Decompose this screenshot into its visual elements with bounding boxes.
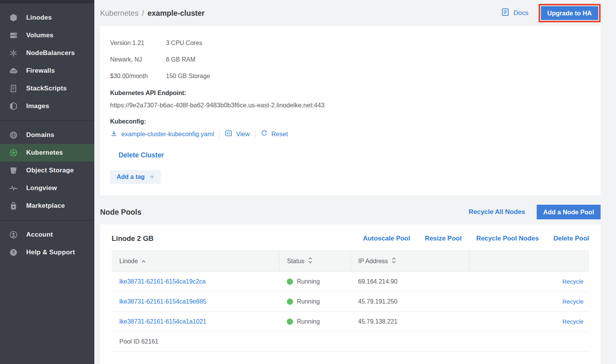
nodes-table: Linode Status xyxy=(112,250,589,352)
column-label: Status xyxy=(287,258,305,265)
autoscale-pool-link[interactable]: Autoscale Pool xyxy=(363,235,410,242)
pool-header: Linode 2 GB Autoscale Pool Resize Pool R… xyxy=(112,224,589,250)
column-header-linode[interactable]: Linode xyxy=(112,251,279,272)
sidebar-item-label: Marketplace xyxy=(26,202,65,210)
sidebar-top-strip xyxy=(0,0,94,3)
sidebar-item-kubernetes[interactable]: Kubernetes xyxy=(0,144,94,162)
cluster-summary-grid: Version 1.21 3 CPU Cores Newark, NJ 6 GB… xyxy=(110,35,591,84)
domains-icon xyxy=(8,130,18,140)
sidebar-item-volumes[interactable]: Volumes xyxy=(0,27,94,44)
add-node-pool-button[interactable]: Add a Node Pool xyxy=(537,205,601,219)
divider xyxy=(219,130,219,139)
sidebar-item-images[interactable]: Images xyxy=(0,97,94,115)
status-running-dot xyxy=(287,299,293,305)
kubeconfig-file-name: example-cluster-kubeconfig.yaml xyxy=(121,130,214,138)
sort-icon xyxy=(308,257,313,265)
linode-icon xyxy=(8,13,18,23)
kubeconfig-reset-link[interactable]: Reset xyxy=(260,130,288,139)
sidebar-item-label: Domains xyxy=(26,131,54,139)
object-storage-icon xyxy=(8,165,18,175)
help-icon: ? xyxy=(8,247,18,257)
pool-name: Linode 2 GB xyxy=(112,234,154,243)
kubeconfig-view-link[interactable]: View xyxy=(224,129,249,139)
recycle-node-link[interactable]: Recycle xyxy=(562,298,584,305)
sidebar-group-tertiary: Account ? Help & Support xyxy=(0,220,94,267)
table-footer-row: Pool ID 62161 xyxy=(112,332,589,352)
sidebar-group-primary: Linodes Volumes NodeBalancers Firewalls xyxy=(0,3,94,120)
sidebar-item-label: Volumes xyxy=(26,32,54,39)
recycle-pool-nodes-link[interactable]: Recycle Pool Nodes xyxy=(476,235,539,242)
recycle-all-nodes-link[interactable]: Recycle All Nodes xyxy=(469,208,525,216)
sidebar-item-label: Longview xyxy=(26,184,57,192)
add-tag-button[interactable]: Add a tag + xyxy=(110,170,161,184)
resize-pool-link[interactable]: Resize Pool xyxy=(425,235,461,242)
add-tag-label: Add a tag xyxy=(117,174,145,180)
breadcrumb-kubernetes-link[interactable]: Kubernetes xyxy=(100,9,139,18)
plus-icon: + xyxy=(150,174,154,180)
table-header-row: Linode Status xyxy=(112,251,589,272)
download-icon xyxy=(110,130,118,139)
reset-icon xyxy=(260,130,268,139)
reset-label: Reset xyxy=(271,130,288,138)
cluster-version: Version 1.21 xyxy=(110,35,166,51)
breadcrumb: Kubernetes / example-cluster xyxy=(100,9,205,18)
cluster-region: Newark, NJ xyxy=(110,51,166,68)
sort-icon xyxy=(392,257,396,265)
sidebar-item-label: Help & Support xyxy=(26,249,75,256)
node-pool-card: Linode 2 GB Autoscale Pool Resize Pool R… xyxy=(100,224,601,364)
pool-actions: Autoscale Pool Resize Pool Recycle Pool … xyxy=(363,235,589,242)
page-title: example-cluster xyxy=(147,9,205,18)
docs-link[interactable]: Docs xyxy=(501,8,529,18)
node-pools-actions: Recycle All Nodes Add a Node Pool xyxy=(469,205,601,219)
delete-pool-link[interactable]: Delete Pool xyxy=(553,235,589,242)
sidebar-item-label: Linodes xyxy=(26,14,52,22)
nodebalancers-icon xyxy=(8,48,18,58)
firewalls-icon xyxy=(8,66,18,76)
stackscripts-icon xyxy=(8,83,18,94)
kubeconfig-label: Kubeconfig: xyxy=(110,118,591,125)
node-pools-heading: Node Pools xyxy=(100,208,141,217)
sidebar-item-object-storage[interactable]: Object Storage xyxy=(0,162,94,179)
docs-label: Docs xyxy=(514,9,529,17)
api-endpoint-url: https://9e2a7307-b6ac-408f-ba62-9483b0b3… xyxy=(110,102,591,109)
status-running-dot xyxy=(287,319,293,325)
column-header-ip-address[interactable]: IP Address xyxy=(350,251,469,272)
api-endpoint-label: Kubernetes API Endpoint: xyxy=(110,90,591,97)
app-root: Linodes Volumes NodeBalancers Firewalls xyxy=(0,0,616,364)
sidebar-item-label: Images xyxy=(26,102,49,110)
recycle-node-link[interactable]: Recycle xyxy=(562,318,584,325)
sidebar-item-domains[interactable]: Domains xyxy=(0,126,94,144)
header-actions: Docs Upgrade to HA xyxy=(501,4,601,22)
sidebar-item-marketplace[interactable]: Marketplace xyxy=(0,197,94,215)
node-ip: 69.164.214.90 xyxy=(350,272,469,292)
docs-icon xyxy=(501,8,510,18)
recycle-node-link[interactable]: Recycle xyxy=(562,278,584,285)
upgrade-ha-highlight-annotation: Upgrade to HA xyxy=(539,4,601,22)
account-icon xyxy=(8,230,18,240)
sidebar-item-longview[interactable]: Longview xyxy=(0,179,94,197)
node-link[interactable]: lke38731-62161-6154ca19e885 xyxy=(119,298,206,305)
sidebar-item-stackscripts[interactable]: StackScripts xyxy=(0,80,94,97)
kubeconfig-download-link[interactable]: example-cluster-kubeconfig.yaml xyxy=(110,130,214,139)
column-label: IP Address xyxy=(358,258,388,265)
sidebar-item-help-support[interactable]: ? Help & Support xyxy=(0,244,94,261)
column-header-status[interactable]: Status xyxy=(279,251,350,272)
upgrade-ha-button[interactable]: Upgrade to HA xyxy=(541,6,599,20)
sidebar-item-account[interactable]: Account xyxy=(0,226,94,244)
table-row: lke38731-62161-6154ca19c2ca Running 69.1… xyxy=(112,272,589,292)
sidebar-item-nodebalancers[interactable]: NodeBalancers xyxy=(0,44,94,62)
status-label: Running xyxy=(297,278,320,285)
node-link[interactable]: lke38731-62161-6154ca19c2ca xyxy=(119,278,206,285)
sidebar-item-label: StackScripts xyxy=(26,85,67,92)
sidebar-item-label: Firewalls xyxy=(26,67,55,75)
divider xyxy=(255,130,255,139)
view-label: View xyxy=(236,130,249,138)
node-link[interactable]: lke38731-62161-6154ca1a1021 xyxy=(119,318,206,325)
cluster-summary-card: Version 1.21 3 CPU Cores Newark, NJ 6 GB… xyxy=(100,26,601,195)
sidebar: Linodes Volumes NodeBalancers Firewalls xyxy=(0,0,94,364)
sidebar-group-secondary: Domains Kubernetes Object Storage Longvi… xyxy=(0,120,94,220)
delete-cluster-button[interactable]: Delete Cluster xyxy=(119,151,164,159)
sidebar-item-firewalls[interactable]: Firewalls xyxy=(0,62,94,80)
sidebar-item-linodes[interactable]: Linodes xyxy=(0,9,94,27)
svg-text:?: ? xyxy=(12,250,15,255)
